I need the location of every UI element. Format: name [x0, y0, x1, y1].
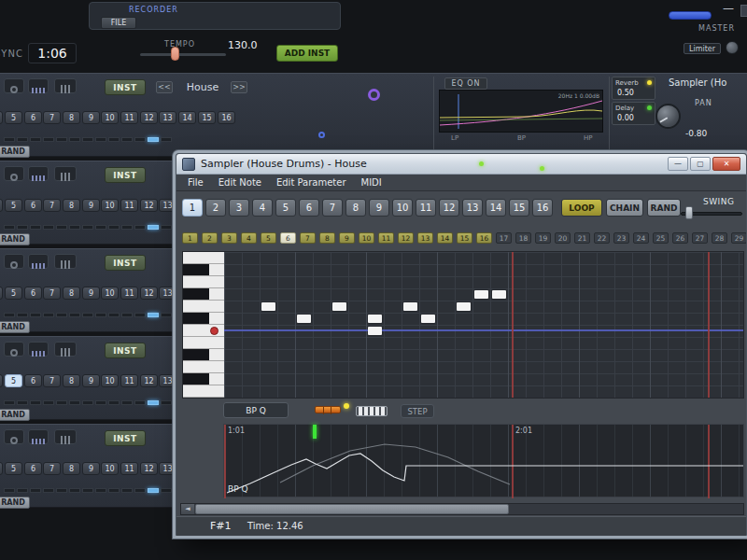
sequence-step-29[interactable]: 29: [731, 232, 746, 244]
step-button-7[interactable]: 7: [43, 287, 61, 300]
scroll-left-icon[interactable]: ◄: [181, 504, 194, 514]
pattern-button-2[interactable]: 2: [205, 199, 226, 217]
menu-file[interactable]: File: [180, 175, 211, 189]
pattern-button-11[interactable]: 11: [416, 199, 436, 217]
sequence-step-10[interactable]: 10: [359, 232, 374, 244]
delay-panel[interactable]: Delay 0.00: [612, 102, 655, 125]
mixer-icon[interactable]: [54, 254, 77, 269]
pattern-button-9[interactable]: 9: [369, 199, 389, 217]
eq-on-button[interactable]: EQ ON: [444, 77, 487, 90]
piano-key[interactable]: [183, 373, 224, 385]
midi-note[interactable]: [368, 315, 382, 323]
randomize-button[interactable]: RAND: [0, 497, 30, 509]
step-button-13[interactable]: 13: [159, 374, 176, 387]
sequence-step-24[interactable]: 24: [633, 232, 649, 244]
sequence-step-21[interactable]: 21: [574, 232, 590, 244]
step-button-13[interactable]: 13: [159, 287, 176, 300]
pattern-button-13[interactable]: 13: [462, 199, 483, 217]
sequence-step-17[interactable]: 17: [496, 232, 512, 244]
sequence-step-19[interactable]: 19: [535, 232, 551, 244]
chain-button[interactable]: CHAIN: [606, 199, 643, 217]
step-button-12[interactable]: 12: [140, 287, 158, 300]
step-mode-button[interactable]: STEP: [401, 404, 434, 418]
piano-key[interactable]: [183, 288, 224, 301]
piano-key[interactable]: [183, 301, 224, 313]
knob-icon[interactable]: [4, 254, 24, 269]
note-grid[interactable]: [224, 252, 743, 398]
scrollbar-thumb[interactable]: [195, 504, 509, 514]
piano-key[interactable]: [183, 276, 224, 288]
piano-key[interactable]: [183, 349, 224, 361]
file-button[interactable]: FILE: [101, 17, 136, 29]
step-button-11[interactable]: 11: [120, 287, 138, 300]
piano-key[interactable]: [183, 361, 224, 373]
sequence-step-9[interactable]: 9: [339, 232, 355, 244]
limiter-button[interactable]: Limiter: [684, 43, 721, 54]
step-button-4[interactable]: 4: [0, 462, 3, 475]
step-button-11[interactable]: 11: [120, 199, 138, 212]
step-button-13[interactable]: 13: [159, 462, 176, 475]
midi-note[interactable]: [492, 290, 506, 299]
sequence-step-25[interactable]: 25: [653, 232, 669, 244]
piano-key[interactable]: [183, 337, 224, 349]
step-button-9[interactable]: 9: [82, 374, 100, 387]
menu-edit-parameter[interactable]: Edit Parameter: [269, 175, 354, 189]
step-button-5[interactable]: 5: [5, 287, 22, 300]
midi-note[interactable]: [261, 302, 275, 311]
sequence-step-2[interactable]: 2: [202, 232, 218, 244]
step-button-12[interactable]: 12: [140, 462, 158, 475]
pattern-button-10[interactable]: 10: [392, 199, 413, 217]
reverb-panel[interactable]: Reverb 0.50: [612, 77, 655, 100]
sequence-step-13[interactable]: 13: [417, 232, 433, 244]
swing-slider-handle[interactable]: [685, 206, 693, 219]
piano-key[interactable]: [183, 325, 224, 337]
tempo-slider-handle[interactable]: [171, 47, 179, 61]
piano-key[interactable]: [183, 313, 224, 325]
knob-icon[interactable]: [4, 166, 24, 181]
sequence-step-12[interactable]: 12: [398, 232, 414, 244]
sequence-step-6[interactable]: 6: [280, 232, 296, 244]
step-button-12[interactable]: 12: [140, 199, 158, 212]
pattern-button-16[interactable]: 16: [532, 199, 553, 217]
midi-note[interactable]: [332, 302, 346, 311]
step-button-6[interactable]: 6: [24, 374, 42, 387]
pattern-display-icon[interactable]: [28, 429, 49, 444]
step-button-4[interactable]: 4: [0, 199, 3, 212]
step-button-6[interactable]: 6: [24, 199, 42, 212]
pattern-button-4[interactable]: 4: [252, 199, 273, 217]
sequence-step-8[interactable]: 8: [319, 232, 335, 244]
step-button-4[interactable]: 4: [0, 287, 3, 300]
value-slider-icon[interactable]: [315, 406, 341, 413]
randomize-button[interactable]: RAND: [0, 409, 30, 421]
pattern-button-5[interactable]: 5: [275, 199, 296, 217]
horizontal-scrollbar[interactable]: ◄: [180, 503, 744, 515]
step-button-9[interactable]: 9: [82, 462, 100, 475]
pattern-button-12[interactable]: 12: [439, 199, 459, 217]
midi-note[interactable]: [421, 315, 435, 323]
pattern-button-1[interactable]: 1: [182, 199, 203, 217]
sequence-step-3[interactable]: 3: [221, 232, 237, 244]
pattern-button-8[interactable]: 8: [345, 199, 366, 217]
step-button-9[interactable]: 9: [82, 199, 100, 212]
mixer-icon[interactable]: [54, 429, 77, 444]
sequence-step-27[interactable]: 27: [692, 232, 708, 244]
sequence-step-14[interactable]: 14: [437, 232, 453, 244]
randomize-button[interactable]: RAND: [0, 321, 30, 333]
sequence-step-11[interactable]: 11: [378, 232, 394, 244]
pattern-display-icon[interactable]: [28, 254, 49, 269]
step-button-10[interactable]: 10: [101, 199, 119, 212]
step-button-10[interactable]: 10: [101, 374, 119, 387]
sequence-step-7[interactable]: 7: [300, 232, 316, 244]
step-button-11[interactable]: 11: [120, 462, 138, 475]
step-button-5[interactable]: 5: [5, 199, 22, 212]
menu-midi[interactable]: MIDI: [354, 175, 389, 189]
mixer-icon[interactable]: [54, 166, 77, 181]
step-button-4[interactable]: 4: [0, 374, 3, 387]
randomize-button[interactable]: RAND: [647, 199, 681, 217]
sequence-step-16[interactable]: 16: [476, 232, 492, 244]
midi-note[interactable]: [368, 327, 382, 335]
maximize-button[interactable]: ▢: [690, 157, 711, 171]
step-button-7[interactable]: 7: [43, 199, 61, 212]
limiter-knob[interactable]: [726, 41, 739, 54]
midi-note[interactable]: [474, 290, 488, 299]
